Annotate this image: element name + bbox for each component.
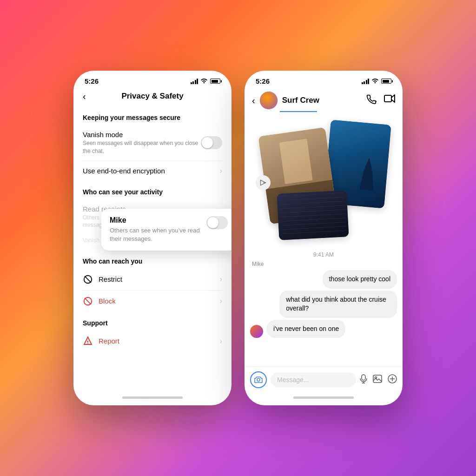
floating-card-sub: Others can see when you’ve read their me… xyxy=(110,226,201,243)
vanish-mode-sub: Seen messages will disappear when you cl… xyxy=(83,139,201,155)
svg-rect-13 xyxy=(373,375,382,383)
svg-rect-10 xyxy=(362,375,365,380)
home-indicator xyxy=(122,397,183,399)
message-1: those look pretty cool xyxy=(323,270,397,289)
phone-call-icon[interactable] xyxy=(366,94,377,107)
section-activity-header: Who can see your activity xyxy=(73,181,231,199)
e2e-item[interactable]: Use end-to-end encryption › xyxy=(73,161,231,181)
section-reach-header: Who can reach you xyxy=(73,250,231,269)
phone1-status-bar: 5:26 xyxy=(73,71,231,88)
report-label: Report xyxy=(99,337,119,345)
block-label: Block xyxy=(99,297,116,305)
chat-name: Surf Crew xyxy=(282,96,362,105)
send-indicator xyxy=(256,175,271,190)
floating-card-title: Mike xyxy=(110,216,201,225)
message-2: what did you think about the cruise over… xyxy=(279,291,397,318)
svg-line-3 xyxy=(85,298,91,304)
phone2-status-bar: 5:26 xyxy=(245,71,403,88)
camera-button[interactable] xyxy=(250,371,267,388)
svg-point-9 xyxy=(257,378,260,381)
svg-point-5 xyxy=(88,344,88,344)
phone1-header: ‹ Privacy & Safety xyxy=(73,88,231,106)
phone2: 5:26 ‹ Surf Crew xyxy=(245,71,403,405)
chat-input-bar: Message... xyxy=(245,366,403,393)
restrict-label: Restrict xyxy=(99,275,122,283)
page-title: Privacy & Safety xyxy=(121,92,183,101)
vanish-mode-item: Vanish mode Seen messages will disappear… xyxy=(73,125,231,161)
battery-icon2 xyxy=(381,79,391,84)
section-support-header: Support xyxy=(73,312,231,331)
phone1-time: 5:26 xyxy=(85,77,99,85)
wifi-icon2 xyxy=(371,78,379,85)
photo-card-bottom xyxy=(277,190,349,240)
restrict-chevron-icon: › xyxy=(220,275,222,284)
video-call-icon[interactable] xyxy=(384,94,395,107)
chat-back-button[interactable]: ‹ xyxy=(252,95,255,106)
vanish-mode-label: Vanish mode xyxy=(83,131,201,139)
vanish-mode-toggle[interactable] xyxy=(201,136,222,149)
signal-icon xyxy=(191,79,198,84)
night-photo xyxy=(277,190,349,240)
phone2-time: 5:26 xyxy=(256,77,270,85)
svg-rect-6 xyxy=(384,95,391,102)
header-underline xyxy=(280,111,317,112)
chat-header: ‹ Surf Crew xyxy=(245,88,403,115)
phone2-status-icons xyxy=(362,78,392,85)
report-item[interactable]: Report › xyxy=(73,331,231,352)
input-action-icons xyxy=(360,374,397,386)
sender-name-label: Mike xyxy=(252,261,397,267)
message-timestamp: 9:41 AM xyxy=(250,251,397,258)
block-item[interactable]: Block › xyxy=(73,291,231,312)
svg-line-1 xyxy=(85,276,91,283)
messages-list: Mike those look pretty cool what did you… xyxy=(250,261,397,363)
message-3: i've never been on one xyxy=(267,320,345,338)
add-icon[interactable] xyxy=(388,374,397,386)
svg-marker-7 xyxy=(391,95,395,102)
read-receipts-floating-card: Mike Others can see when you’ve read the… xyxy=(101,209,231,251)
block-icon xyxy=(83,296,93,306)
e2e-label: Use end-to-end encryption xyxy=(83,167,165,175)
battery-icon xyxy=(210,79,220,84)
phones-container: 5:26 ‹ Privacy & Safety Keeping your mes… xyxy=(55,52,421,424)
read-receipts-toggle[interactable] xyxy=(206,216,228,229)
home-indicator2 xyxy=(293,397,354,399)
image-icon[interactable] xyxy=(373,375,382,385)
report-chevron-icon: › xyxy=(220,337,222,345)
phone1-settings-content: Keeping your messages secure Vanish mode… xyxy=(73,106,231,393)
phone1-status-icons xyxy=(191,78,221,85)
phone1: 5:26 ‹ Privacy & Safety Keeping your mes… xyxy=(73,71,231,405)
images-area xyxy=(250,118,397,248)
chat-content: 9:41 AM Mike those look pretty cool what… xyxy=(245,114,403,366)
restrict-icon xyxy=(83,274,93,284)
e2e-chevron-icon: › xyxy=(220,167,222,175)
report-icon xyxy=(83,336,93,346)
message-input-placeholder: Message... xyxy=(277,376,309,383)
wifi-icon xyxy=(200,78,208,85)
microphone-icon[interactable] xyxy=(360,374,367,386)
message-3-container: i've never been on one xyxy=(250,320,397,338)
back-button[interactable]: ‹ xyxy=(83,91,86,102)
avatar xyxy=(260,92,278,109)
signal-icon2 xyxy=(362,79,370,84)
block-chevron-icon: › xyxy=(220,297,222,305)
message-input[interactable]: Message... xyxy=(271,372,356,387)
section-secure-header: Keeping your messages secure xyxy=(73,106,231,125)
msg-avatar xyxy=(250,325,263,338)
chat-actions xyxy=(366,94,395,107)
restrict-item[interactable]: Restrict › xyxy=(73,269,231,290)
